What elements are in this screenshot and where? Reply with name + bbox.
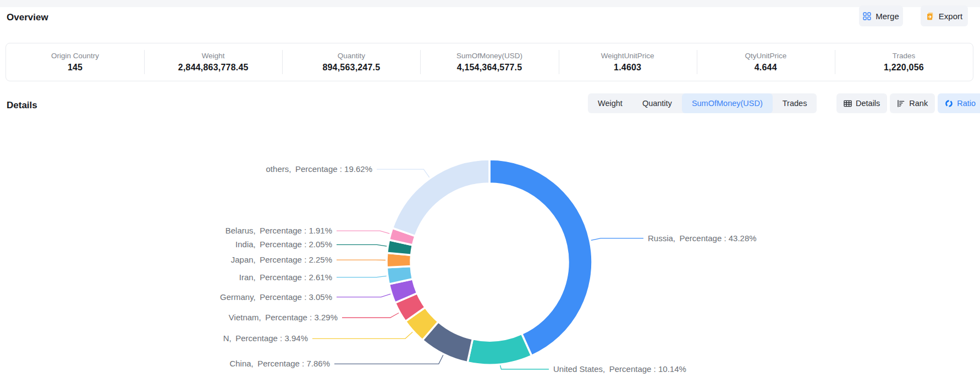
ratio-donut-chart: Russia, Percentage : 43.28%United States… bbox=[0, 132, 980, 378]
merge-button-label: Merge bbox=[876, 12, 899, 21]
label-leader-line bbox=[337, 294, 390, 297]
merge-grid-icon bbox=[863, 12, 871, 20]
label-leader-line bbox=[342, 313, 399, 318]
label-leader-line bbox=[591, 238, 643, 241]
label-leader-line bbox=[500, 365, 549, 369]
stat-label: Trades bbox=[893, 52, 916, 60]
tab-sum-of-money[interactable]: SumOfMoney(USD) bbox=[682, 93, 773, 113]
stat-label: Weight bbox=[202, 52, 225, 60]
export-button-label: Export bbox=[939, 12, 962, 21]
stat-trades: Trades 1,220,056 bbox=[835, 43, 973, 81]
stat-value: 4.644 bbox=[755, 63, 777, 73]
ratio-view-label: Ratio bbox=[957, 99, 976, 108]
donut-slice-russia[interactable] bbox=[489, 159, 592, 356]
stat-label: WeightUnitPrice bbox=[601, 52, 654, 60]
stat-quantity: Quantity 894,563,247.5 bbox=[282, 43, 420, 81]
slice-label-n: N, Percentage : 3.94% bbox=[223, 333, 308, 343]
slice-label-russia: Russia, Percentage : 43.28% bbox=[648, 234, 757, 243]
stat-sum-of-money: SumOfMoney(USD) 4,154,364,577.5 bbox=[420, 43, 558, 81]
stat-weight-unit-price: WeightUnitPrice 1.4603 bbox=[559, 43, 697, 81]
slice-label-germany: Germany, Percentage : 3.05% bbox=[220, 292, 332, 302]
stat-value: 4,154,364,577.5 bbox=[457, 63, 522, 73]
overview-title: Overview bbox=[7, 12, 48, 23]
label-leader-line bbox=[377, 169, 430, 177]
table-icon bbox=[844, 99, 852, 108]
export-button[interactable]: Export bbox=[921, 5, 968, 26]
page-top-strip bbox=[0, 0, 980, 7]
stat-weight: Weight 2,844,863,778.45 bbox=[144, 43, 282, 81]
ratio-view-button[interactable]: Ratio bbox=[938, 93, 980, 113]
details-view-label: Details bbox=[856, 99, 880, 108]
slice-label-japan: Japan, Percentage : 2.25% bbox=[231, 255, 332, 264]
stat-value: 2,844,863,778.45 bbox=[178, 63, 249, 73]
donut-icon bbox=[945, 99, 953, 108]
details-view-button[interactable]: Details bbox=[836, 93, 887, 113]
stat-label: Origin Country bbox=[51, 52, 99, 60]
stat-value: 145 bbox=[68, 63, 82, 73]
export-file-icon bbox=[926, 12, 934, 20]
slice-label-china: China, Percentage : 7.86% bbox=[229, 359, 330, 368]
slice-label-others: others, Percentage : 19.62% bbox=[266, 164, 372, 174]
stat-value: 1,220,056 bbox=[884, 63, 924, 73]
donut-slice-others[interactable] bbox=[393, 159, 489, 236]
overview-stats-card: Origin Country 145 Weight 2,844,863,778.… bbox=[5, 43, 973, 81]
rank-bars-icon bbox=[897, 99, 905, 108]
tab-weight[interactable]: Weight bbox=[588, 93, 632, 113]
label-leader-line bbox=[337, 276, 387, 277]
details-title: Details bbox=[7, 100, 37, 111]
stat-label: QtyUnitPrice bbox=[745, 52, 786, 60]
stat-label: Quantity bbox=[338, 52, 365, 60]
label-leader-line bbox=[337, 244, 387, 246]
rank-view-label: Rank bbox=[909, 99, 928, 108]
label-leader-line bbox=[334, 355, 443, 364]
donut-slice-united-states[interactable] bbox=[467, 333, 532, 365]
stat-value: 894,563,247.5 bbox=[322, 63, 380, 73]
tab-trades[interactable]: Trades bbox=[773, 93, 817, 113]
slice-label-vietnam: Vietnam, Percentage : 3.29% bbox=[229, 313, 338, 322]
rank-view-button[interactable]: Rank bbox=[890, 93, 935, 113]
label-leader-line bbox=[312, 332, 412, 338]
slice-label-united-states: United States, Percentage : 10.14% bbox=[553, 364, 686, 374]
stat-label: SumOfMoney(USD) bbox=[456, 52, 522, 60]
stat-qty-unit-price: QtyUnitPrice 4.644 bbox=[697, 43, 835, 81]
stat-origin-country: Origin Country 145 bbox=[6, 43, 144, 81]
view-mode-buttons: Details Rank Ratio bbox=[836, 93, 980, 113]
merge-button[interactable]: Merge bbox=[859, 5, 903, 26]
tab-quantity[interactable]: Quantity bbox=[632, 93, 682, 113]
label-leader-line bbox=[337, 231, 389, 234]
slice-label-iran: Iran, Percentage : 2.61% bbox=[239, 273, 332, 282]
metric-tabs: Weight Quantity SumOfMoney(USD) Trades bbox=[588, 93, 817, 113]
slice-label-india: India, Percentage : 2.05% bbox=[235, 240, 332, 249]
slice-label-belarus: Belarus, Percentage : 1.91% bbox=[225, 226, 332, 235]
stat-value: 1.4603 bbox=[614, 63, 641, 73]
